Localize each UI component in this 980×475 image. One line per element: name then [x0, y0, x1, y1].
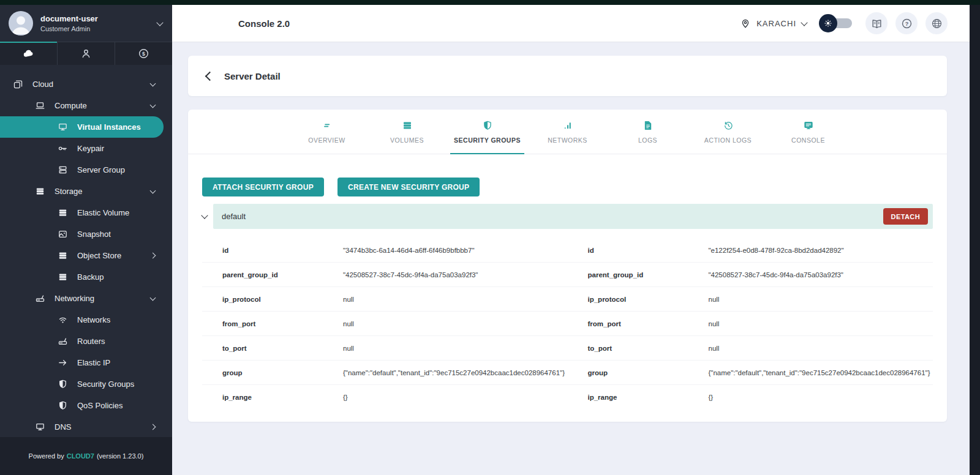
collection-icon [13, 79, 23, 89]
field-value: {} [709, 394, 714, 401]
tab-overview[interactable]: OVERVIEW [287, 110, 367, 154]
help-button[interactable]: ? [895, 12, 918, 34]
security-group-header[interactable]: default DETACH [213, 204, 933, 229]
tab-label: SECURITY GROUPS [454, 137, 521, 144]
tab-console[interactable]: CONSOLE [768, 110, 848, 154]
detail-cell: to_portnull [568, 345, 933, 352]
shield-icon [482, 120, 493, 131]
security-group-row: default DETACH [202, 204, 933, 229]
app-title: Console 2.0 [238, 18, 290, 29]
region-selector[interactable]: KARACHI [740, 18, 807, 29]
stack-icon [58, 272, 68, 282]
question-icon: ? [901, 18, 913, 29]
tab-label: ACTION LOGS [704, 137, 752, 144]
create-security-group-button[interactable]: CREATE NEW SECURITY GROUP [337, 178, 480, 196]
field-key: from_port [222, 320, 343, 327]
detail-row-ip_range: ip_range{}ip_range{} [202, 385, 933, 409]
page-content: Server Detail OVERVIEWVOLUMESSECURITY GR… [172, 42, 970, 475]
sidebar-tabs: $ [0, 42, 172, 65]
sidebar-item-cloud[interactable]: Cloud [0, 73, 172, 95]
svg-text:?: ? [905, 20, 908, 26]
field-value: "42508527-38c7-45dc-9f4a-da75a03a92f3" [343, 271, 478, 279]
sidebar-item-label: Elastic Volume [77, 208, 129, 217]
stack-icon [58, 208, 68, 218]
detach-button[interactable]: DETACH [883, 208, 928, 225]
detail-cell: group{"name":"default","tenant_id":"9ec7… [202, 369, 568, 376]
sidebar-item-compute[interactable]: Compute [0, 95, 172, 116]
console-icon [803, 120, 814, 131]
sidebar-item-snapshot[interactable]: Snapshot [0, 223, 172, 245]
sidebar-tab-cloud[interactable] [0, 42, 58, 65]
detail-row-parent_group_id: parent_group_id"42508527-38c7-45dc-9f4a-… [202, 263, 933, 287]
sidebar-item-virtual-instances[interactable]: Virtual Instances [0, 116, 164, 138]
sidebar-item-elastic-volume[interactable]: Elastic Volume [0, 202, 172, 223]
avatar [9, 11, 33, 36]
sidebar-item-networking[interactable]: Networking [0, 288, 172, 309]
sidebar-tab-billing[interactable]: $ [115, 42, 172, 65]
sidebar-item-label: Elastic IP [77, 358, 110, 367]
tab-volumes[interactable]: VOLUMES [367, 110, 447, 154]
tab-label: CONSOLE [791, 137, 825, 144]
back-button[interactable] [206, 73, 213, 80]
router-icon [58, 336, 68, 346]
field-value: null [709, 296, 720, 303]
tab-security-groups[interactable]: SECURITY GROUPS [447, 110, 527, 154]
sidebar-item-qos-policies[interactable]: QoS Policies [0, 395, 172, 416]
field-value: null [343, 296, 354, 303]
detail-row-group: group{"name":"default","tenant_id":"9ec7… [202, 361, 933, 385]
field-key: group [588, 369, 709, 376]
sun-icon [823, 18, 833, 28]
attach-security-group-button[interactable]: ATTACH SECURTIY GROUP [202, 178, 324, 196]
sidebar-item-keypair[interactable]: Keypair [0, 138, 172, 159]
tab-panel: ATTACH SECURTIY GROUP CREATE NEW SECURIT… [188, 154, 947, 422]
page-title: Server Detail [224, 71, 281, 81]
detail-cell: from_portnull [202, 320, 568, 327]
sidebar-nav: CloudComputeVirtual InstancesKeypairServ… [0, 65, 172, 437]
theme-toggle[interactable] [819, 14, 853, 32]
server-detail-card: OVERVIEWVOLUMESSECURITY GROUPSNETWORKSLO… [188, 110, 947, 422]
field-value: "e122f254-e0d8-478f-92ca-8bd2dad42892" [709, 247, 844, 254]
collapse-chevron-icon[interactable] [202, 215, 212, 218]
sidebar-item-dns[interactable]: DNS [0, 416, 172, 437]
docs-button[interactable] [865, 12, 888, 34]
sidebar-item-routers[interactable]: Routers [0, 331, 172, 352]
tab-action-logs[interactable]: ACTION LOGS [688, 110, 768, 154]
sidebar-item-label: Cloud [32, 80, 53, 89]
sidebar-tab-users[interactable] [58, 42, 115, 65]
chart-bars-icon [562, 120, 573, 131]
tab-networks[interactable]: NETWORKS [527, 110, 608, 154]
sidebar-item-networks[interactable]: Networks [0, 309, 172, 331]
detail-cell: ip_range{} [202, 394, 568, 401]
sidebar-item-server-group[interactable]: Server Group [0, 159, 172, 181]
tab-logs[interactable]: LOGS [608, 110, 688, 154]
user-name: document-user [40, 14, 98, 23]
sidebar-item-label: Virtual Instances [77, 122, 141, 132]
tab-label: LOGS [638, 137, 657, 144]
user-role: Customer Admin [40, 25, 98, 32]
region-label: KARACHI [756, 19, 796, 28]
detail-cell: id"e122f254-e0d8-478f-92ca-8bd2dad42892" [568, 247, 933, 254]
app-window: document-user Customer Admin $ CloudComp… [0, 0, 980, 475]
globe-icon [931, 18, 943, 29]
sidebar-item-object-store[interactable]: Object Store [0, 245, 172, 266]
user-menu[interactable]: document-user Customer Admin [0, 5, 172, 42]
security-group-name: default [222, 212, 246, 221]
sidebar-item-backup[interactable]: Backup [0, 266, 172, 288]
sidebar-item-security-groups[interactable]: Security Groups [0, 373, 172, 395]
detail-cell: group{"name":"default","tenant_id":"9ec7… [568, 369, 933, 376]
field-key: ip_protocol [222, 296, 343, 303]
detail-cell: parent_group_id"42508527-38c7-45dc-9f4a-… [202, 271, 568, 279]
sidebar-item-label: QoS Policies [77, 401, 123, 410]
wifi-icon [58, 315, 68, 325]
tab-label: VOLUMES [390, 137, 424, 144]
stack-icon [402, 120, 413, 131]
header-right: KARACHI ? [740, 12, 970, 34]
stack-icon [35, 186, 45, 196]
person-icon [80, 48, 92, 59]
tab-label: NETWORKS [548, 137, 587, 144]
sidebar-item-storage[interactable]: Storage [0, 181, 172, 202]
monitor-icon [35, 422, 45, 432]
sidebar-item-elastic-ip[interactable]: Elastic IP [0, 352, 172, 373]
language-button[interactable] [925, 12, 948, 34]
detail-cell: id"3474b3bc-6a14-46d4-a6ff-6f46b9bfbbb7" [202, 247, 568, 254]
